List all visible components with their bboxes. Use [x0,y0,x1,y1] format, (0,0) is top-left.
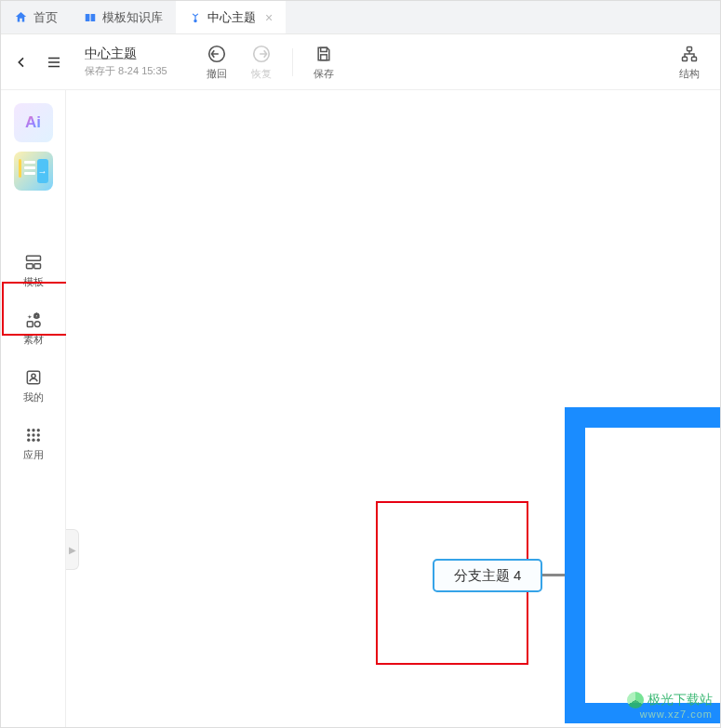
toolbar: 中心主题 保存于 8-24 15:35 撤回 恢复 保存 [1,34,720,90]
branch-node-label: 分支主题 4 [454,567,522,585]
watermark: 极光下载站 www.xz7.com [627,692,713,720]
sidebar-collapse-handle[interactable]: ▶ [66,529,79,570]
undo-icon [206,43,228,65]
document-title[interactable]: 中心主题 [85,46,167,62]
svg-point-26 [36,439,39,442]
svg-point-17 [31,374,34,377]
structure-icon [678,43,701,65]
svg-rect-11 [26,264,33,269]
svg-point-19 [32,429,34,431]
undo-button[interactable]: 撤回 [197,43,236,81]
center-node-inner: 中 [585,428,720,703]
save-timestamp: 保存于 8-24 15:35 [85,64,167,78]
sidebar-item-apps[interactable]: 应用 [1,419,65,468]
tab-templates-label: 模板知识库 [102,9,163,26]
tab-templates[interactable]: 模板知识库 [71,1,176,33]
person-card-icon [23,367,44,388]
redo-button[interactable]: 恢复 [242,43,281,81]
toolbar-divider [292,48,293,76]
watermark-logo-icon [627,692,644,708]
branch-node[interactable]: 分支主题 4 [433,559,542,592]
tab-center[interactable]: 中心主题 × [176,1,286,33]
canvas[interactable]: ▶ 分支主题 4 中 [66,90,720,727]
redo-icon [250,43,273,65]
svg-point-18 [27,429,30,431]
tab-home[interactable]: 首页 [1,1,71,33]
redo-label: 恢复 [251,67,272,81]
sidebar-ai-button[interactable]: Ai [14,103,53,142]
svg-rect-5 [320,47,327,51]
sidebar-notes-button[interactable] [14,152,53,191]
templates-icon [23,252,44,272]
home-icon [14,10,28,24]
svg-point-23 [36,433,39,436]
main-area: Ai 模板 素材 我的 [1,90,720,727]
sidebar-item-mine[interactable]: 我的 [1,362,65,410]
tab-center-label: 中心主题 [207,9,256,26]
mindmap-icon [189,11,202,24]
sidebar: Ai 模板 素材 我的 [1,90,66,727]
svg-point-20 [36,429,39,431]
svg-rect-6 [320,55,327,60]
watermark-url: www.xz7.com [640,708,713,720]
sidebar-item-materials[interactable]: 素材 [1,304,65,352]
library-icon [84,11,97,24]
svg-rect-1 [91,13,96,20]
svg-rect-10 [26,256,40,260]
svg-rect-7 [688,47,692,51]
sidebar-materials-label: 素材 [23,333,44,347]
sidebar-mine-label: 我的 [23,390,44,404]
svg-point-22 [32,433,34,436]
undo-label: 撤回 [207,67,227,81]
materials-icon [23,310,44,330]
svg-rect-0 [86,13,90,20]
save-icon [313,43,335,65]
save-label: 保存 [314,67,334,81]
structure-button[interactable]: 结构 [670,43,709,81]
document-title-block: 中心主题 保存于 8-24 15:35 [85,46,167,78]
svg-rect-9 [692,57,697,60]
back-button[interactable] [12,53,31,72]
svg-point-15 [34,322,40,327]
svg-rect-8 [683,57,688,60]
menu-button[interactable] [44,52,64,73]
sidebar-templates-label: 模板 [23,275,44,289]
center-node-frame[interactable]: 中 [565,407,720,723]
apps-grid-icon [23,425,44,445]
tab-bar: 首页 模板知识库 中心主题 × [1,1,720,34]
sidebar-apps-label: 应用 [23,448,44,462]
svg-point-21 [27,433,30,436]
sidebar-item-templates[interactable]: 模板 [1,246,65,295]
watermark-brand: 极光下载站 [648,692,713,708]
tab-home-label: 首页 [33,9,58,26]
svg-point-2 [194,20,196,21]
ai-icon: Ai [25,113,41,132]
svg-rect-12 [33,264,40,269]
close-icon[interactable]: × [265,10,273,25]
structure-label: 结构 [679,67,700,81]
svg-point-25 [32,439,34,442]
svg-rect-14 [27,322,33,327]
svg-point-24 [27,439,30,442]
save-button[interactable]: 保存 [304,43,343,81]
